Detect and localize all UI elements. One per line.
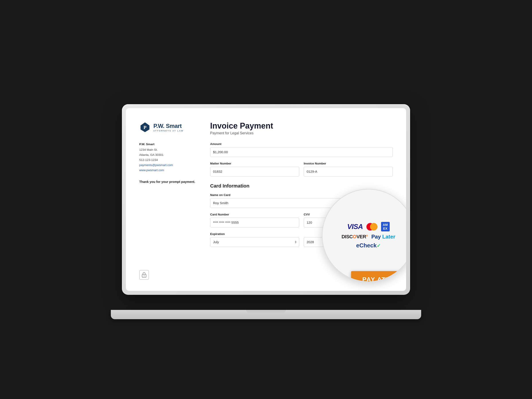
firm-tagline-logo: Attorneys at Law [153,130,184,132]
svg-point-3 [144,276,145,276]
invoice-number-label: Invoice Number [304,162,393,165]
firm-name-logo: P.W. Smart [153,123,184,129]
echeck-logo: eCheck✓ [356,242,381,249]
laptop-body: P P.W. Smart Attorneys at Law P.W. Smart… [122,104,410,295]
discover-logo: DISCOVER® [342,234,368,240]
pay-later-logo: Pay Later [371,234,395,240]
card-info-title: Card Information [210,183,393,189]
firm-logo-icon: P [139,121,151,133]
firm-info: P.W. Smart 1234 Main St. Atlanta, GA 303… [139,142,197,173]
sidebar: P P.W. Smart Attorneys at Law P.W. Smart… [139,119,197,280]
month-select[interactable]: January February March April May June Ju… [210,237,299,247]
firm-phone: 512-123-1234 [139,158,197,163]
invoice-title: Invoice Payment [210,121,393,130]
matter-input[interactable] [210,167,299,177]
month-select-wrapper: January February March April May June Ju… [210,237,299,247]
screen: P P.W. Smart Attorneys at Law P.W. Smart… [126,108,406,291]
lock-icon-wrap [139,257,197,280]
mastercard-logo [367,223,378,231]
pay-attorney-button[interactable]: PAY ATTORNEY [351,271,406,282]
logo-row-2: DISCOVER® Pay Later [342,234,395,240]
firm-address1: 1234 Main St. [139,147,197,152]
firm-website-link[interactable]: www.pwsmart.com [139,168,164,172]
matter-field-group: Matter Number [210,162,299,177]
laptop-notch [246,310,286,313]
firm-address2: Atlanta, GA 30301 [139,152,197,158]
invoice-number-field-group: Invoice Number [304,162,393,177]
card-number-label: Card Number [210,213,299,216]
amount-input[interactable] [210,147,393,157]
thank-you-text: Thank you for your prompt payment. [139,180,197,184]
lock-box [139,270,149,280]
logo-area: P P.W. Smart Attorneys at Law [139,121,197,133]
logo-row-1: VISA AMEX [347,222,389,232]
laptop-base [111,310,421,319]
payment-logos: VISA AMEX DISCOVER® Pay Later [337,217,400,253]
visa-logo: VISA [347,222,363,231]
svg-text:P: P [143,125,146,130]
amex-logo: AMEX [381,222,390,232]
matter-label: Matter Number [210,162,299,165]
pay-button-area: PAY ATTORNEY ▲ [351,271,406,282]
amount-field-group: Amount [210,142,393,157]
lock-icon [142,272,146,278]
card-number-input[interactable] [210,218,299,228]
firm-email-link[interactable]: payments@pwsmart.com [139,163,173,167]
logo-row-3: eCheck✓ [356,242,381,249]
firm-name: P.W. Smart [139,142,197,147]
mc-circle-orange [370,223,378,231]
amount-label: Amount [210,142,393,146]
matter-invoice-row: Matter Number Invoice Number [210,162,393,181]
invoice-subtitle: Payment for Legal Services [210,131,393,135]
logo-text: P.W. Smart Attorneys at Law [153,123,184,132]
invoice-number-input[interactable] [304,167,393,177]
card-number-field-group: Card Number [210,213,299,228]
